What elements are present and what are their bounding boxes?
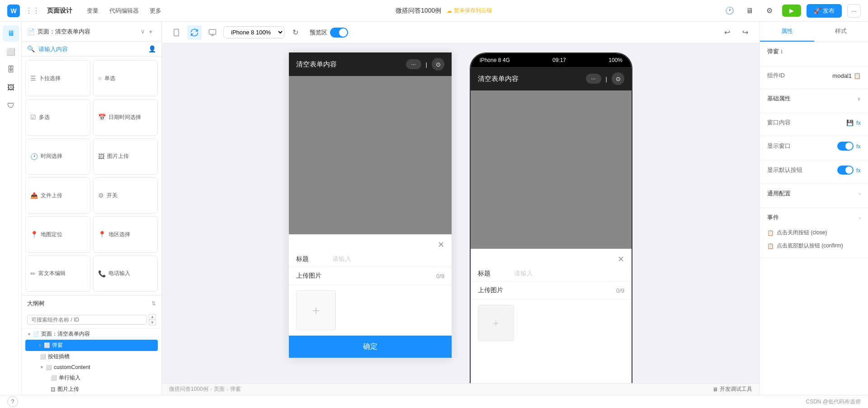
tab-properties[interactable]: 属性 [760,22,814,42]
tree-item-custom-content[interactable]: ▼ ⬜ customContent [22,362,161,372]
preview-phone-circle-btn[interactable]: ⊙ [612,72,624,85]
comp-time[interactable]: 🕐 时间选择 [25,138,90,175]
tree-item-page[interactable]: ▼ 📄 页面：清空表单内容 [22,328,161,340]
monitor-icon-btn[interactable]: 🖥 [742,4,757,18]
tree-toggle-custom[interactable]: ▼ [40,365,44,370]
run-button[interactable]: ▶ [782,5,801,17]
prop-id-copy-btn[interactable]: 📋 [854,72,861,79]
page-dropdown-btn[interactable]: ∨ [141,28,145,35]
history-icon-btn[interactable]: 🕐 [722,4,737,18]
comp-phone[interactable]: 📞 电话输入 [93,256,158,292]
undo-btn[interactable]: ↩ [720,25,734,40]
prop-basic-collapse[interactable]: ∨ [857,96,861,102]
preview-phone: iPhone 8 4G 09:17 100% 清空表单内容 ··· | ⊙ [470,52,632,383]
prop-general-collapse[interactable]: › [859,191,861,196]
main-layout: 🖥 ⬜ 🗄 🖼 🛡 📄 页面：清空表单内容 ∨ ＋ 🔍 👤 ☰ 卜拉选择 [0,22,868,395]
prop-basic-title[interactable]: 基础属性 ∨ [767,95,861,103]
preview-modal-upload-box[interactable]: ＋ [478,305,514,341]
breadcrumb-current: 弹窗 [230,385,241,393]
tab-styles[interactable]: 样式 [814,22,868,42]
editor-phone-actions: ··· | ⊙ [406,58,444,71]
publish-button[interactable]: 🚀 发布 [807,4,842,18]
prop-show-default-toggle[interactable] [837,166,854,175]
comp-richtext[interactable]: ✏ 富文本编辑 [25,256,90,292]
editor-phone-menu-btn[interactable]: ··· [406,59,421,69]
prop-events-title[interactable]: 事件 › [767,213,861,222]
dev-tools-btn[interactable]: 🖥 开发调试工具 [712,385,752,393]
preview-modal-close-btn[interactable]: ✕ [471,249,632,266]
editor-modal-title-label: 标题 [296,255,332,263]
preview-modal-title-input[interactable]: 请输入 [514,270,624,278]
prop-general-title[interactable]: 通用配置 › [767,190,861,198]
search-input[interactable] [38,46,145,52]
editor-modal-upload-box[interactable]: ＋ [296,290,336,330]
tree-toggle-page[interactable]: ▼ [27,332,31,337]
outline-arrow-down[interactable]: ▼ [149,320,156,325]
tree-toggle-dialog[interactable]: ▼ [38,343,42,348]
comp-dropdown[interactable]: ☰ 卜拉选择 [25,60,90,96]
outline-arrow-up[interactable]: ▲ [149,314,156,319]
refresh-btn[interactable]: ↻ [288,25,302,40]
tree-item-btn-slot[interactable]: ⬜ 按钮插槽 [22,351,161,362]
outline-expand-btn[interactable]: ⇅ [151,300,156,307]
prop-window-save-icon[interactable]: 💾 [846,119,854,126]
nav-code-editor[interactable]: 代码编辑器 [106,5,142,17]
sidebar-shield[interactable]: 🛡 [3,98,19,114]
prop-show-default-fx[interactable]: fx [856,167,861,174]
prop-events-collapse[interactable]: › [859,215,861,220]
tree-icon-input: ⬜ [51,375,57,381]
comp-checkbox[interactable]: ☑ 多选 [25,99,90,135]
comp-image-upload[interactable]: 🖼 图片上传 [93,138,158,175]
nav-more[interactable]: 更多 [146,5,165,17]
comp-radio-icon: ○ [98,75,102,82]
sidebar-components[interactable]: ⬜ [3,43,19,60]
help-btn[interactable]: ? [7,396,18,407]
device-select[interactable]: iPhone 8 100% [223,26,284,38]
preview-phone-header: 清空表单内容 ··· | ⊙ [471,67,632,90]
comp-map[interactable]: 📍 地图定位 [25,216,90,252]
redo-btn[interactable]: ↪ [738,25,752,40]
prop-section-events: 事件 › 📋 点击关闭按钮 (close) 📋 点击底部默认按钮 (confir… [760,208,868,258]
comp-datetime[interactable]: 📅 日期时间选择 [93,99,158,135]
component-grid: ☰ 卜拉选择 ○ 单选 ☑ 多选 📅 日期时间选择 🕐 时间选择 🖼 图片上传 [22,57,161,295]
prop-show-default-btn-row: 显示默认按钮 fx [767,166,861,175]
nav-variables[interactable]: 变量 [83,5,102,17]
prop-id-text: modal1 [832,72,852,79]
comp-switch[interactable]: ⚙ 开关 [93,177,158,213]
comp-radio[interactable]: ○ 单选 [93,60,158,96]
preview-phone-menu-btn[interactable]: ··· [586,74,601,84]
breadcrumb: 微搭问答1000例 › 页面 › 弹窗 🖥 开发调试工具 [162,383,760,395]
comp-region[interactable]: 📍 地区选择 [93,216,158,252]
breadcrumb-app[interactable]: 微搭问答1000例 [169,385,208,393]
comp-map-icon: 📍 [30,231,38,238]
settings-icon-btn[interactable]: ⚙ [762,4,777,18]
nav-drag-handle[interactable]: ⋮⋮ [25,6,40,15]
dialog-info-icon[interactable]: ℹ [781,49,783,55]
editor-modal-confirm-btn[interactable]: 确定 [289,336,452,358]
device-desktop-btn[interactable] [205,25,220,40]
sidebar-images[interactable]: 🖼 [3,80,19,96]
breadcrumb-page[interactable]: 页面 [214,385,225,393]
prop-show-window-toggle[interactable] [837,142,854,151]
comp-datetime-icon: 📅 [98,114,106,121]
more-options-button[interactable]: ··· [847,4,861,18]
sidebar-page-design[interactable]: 🖥 [3,25,19,42]
tree-item-dialog[interactable]: ▼ ⬜ 弹窗 [25,340,158,351]
sidebar-data[interactable]: 🗄 [3,62,19,78]
comp-file-upload-icon: 📤 [30,192,38,199]
preview-modal-title-row: 标题 请输入 [471,266,632,282]
prop-show-window-fx[interactable]: fx [856,143,861,150]
page-add-button[interactable]: ＋ [145,26,156,37]
outline-search-input[interactable] [27,315,147,325]
editor-phone-circle-btn[interactable]: ⊙ [432,58,444,71]
editor-modal-upload-area: ＋ [289,285,452,336]
editor-modal-close-btn[interactable]: ✕ [289,234,452,251]
device-mobile-btn[interactable] [169,25,184,40]
tree-item-image-upload[interactable]: 🖼 图片上传 [22,384,161,395]
tree-item-single-input[interactable]: ⬜ 单行输入 [22,372,161,384]
preview-toggle-switch[interactable] [330,28,348,38]
comp-file-upload[interactable]: 📤 文件上传 [25,177,90,213]
prop-window-fx-icon[interactable]: fx [856,119,861,126]
editor-modal-title-input[interactable]: 请输入 [332,255,444,263]
device-rotate-btn[interactable] [187,25,202,40]
